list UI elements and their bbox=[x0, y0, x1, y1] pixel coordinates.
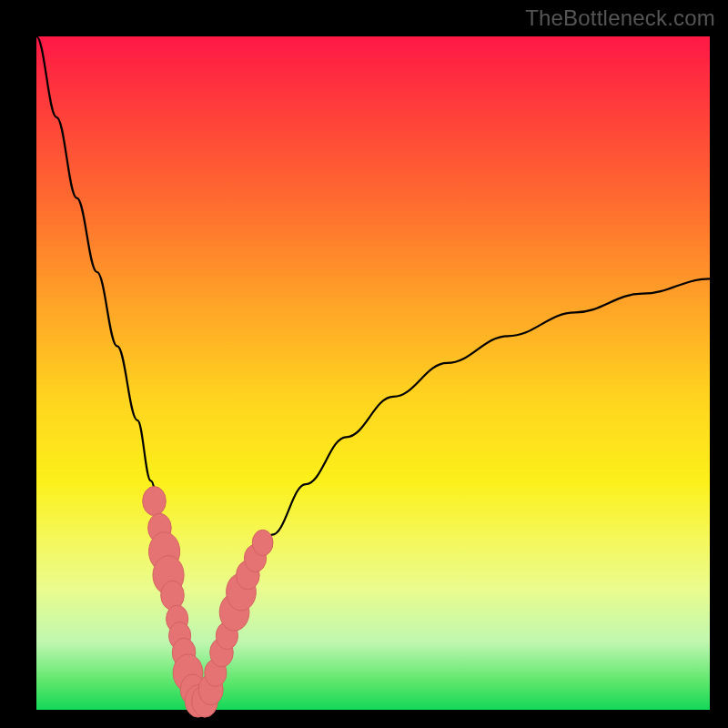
plot-background-gradient bbox=[36, 36, 710, 710]
marker-beads-group bbox=[143, 487, 273, 718]
marker-bead bbox=[143, 487, 167, 516]
watermark-text: TheBottleneck.com bbox=[525, 5, 715, 31]
chart-svg bbox=[36, 36, 710, 710]
bottleneck-curve bbox=[36, 36, 710, 706]
chart-container: TheBottleneck.com bbox=[0, 0, 728, 728]
marker-bead bbox=[252, 530, 273, 555]
